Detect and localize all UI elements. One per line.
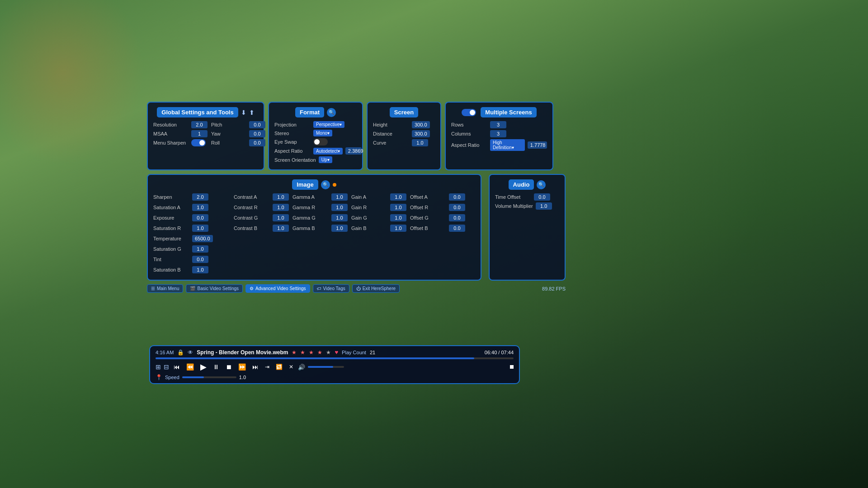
satR-value[interactable]: 1.0 — [192, 225, 208, 232]
repeat-icon[interactable]: 🔁 — [274, 363, 284, 371]
lock-icon[interactable]: 🔒 — [177, 349, 184, 356]
star-1[interactable]: ★ — [292, 349, 297, 356]
contrastA-value[interactable]: 1.0 — [273, 193, 289, 201]
distance-label: Distance — [373, 131, 409, 136]
progress-fill — [156, 357, 474, 359]
height-value[interactable]: 300.0 — [412, 121, 430, 128]
audio-panel: Audio 🔍 Time Offset 0.0 Volume Multiplie… — [489, 174, 566, 281]
contrastG-value[interactable]: 1.0 — [273, 214, 289, 221]
stop-icon[interactable]: ⏹ — [224, 362, 234, 371]
ms-aspect-ratio-num[interactable]: 1.7778 — [528, 141, 547, 149]
satB-value[interactable]: 1.0 — [192, 266, 208, 273]
play-icon[interactable]: ▶ — [198, 361, 208, 373]
speed-value: 1.0 — [239, 375, 246, 380]
distance-value[interactable]: 300.0 — [412, 130, 430, 137]
layout-icon-2[interactable]: ⊟ — [164, 363, 169, 371]
download-icon[interactable]: ⬇ — [241, 109, 246, 116]
time-offset-value[interactable]: 0.0 — [534, 193, 550, 201]
offsetB-value[interactable]: 0.0 — [449, 225, 465, 232]
tab-video-tags[interactable]: 🏷 Video Tags — [313, 284, 349, 293]
curve-value[interactable]: 1.0 — [412, 139, 428, 146]
offsetA-label: Offset A — [410, 194, 446, 200]
gammaB-value[interactable]: 1.0 — [331, 225, 348, 232]
star-3[interactable]: ★ — [309, 349, 314, 356]
volume-multiplier-value[interactable]: 1.0 — [536, 202, 552, 210]
satG-value[interactable]: 1.0 — [192, 245, 208, 253]
pitch-value[interactable]: 0.0 — [249, 121, 265, 128]
film-icon: 🎬 — [190, 286, 195, 291]
gammaR-value[interactable]: 1.0 — [331, 204, 348, 211]
play-count-label: Play Count — [342, 350, 366, 355]
playback-bar: 4:16 AM 🔒 👁 Spring - Blender Open Movie.… — [149, 345, 520, 384]
tab-basic-video[interactable]: 🎬 Basic Video Settings — [186, 284, 243, 293]
volume-knob[interactable] — [510, 365, 514, 369]
tab-advanced-video[interactable]: ⚙ Advanced Video Settings — [245, 284, 310, 293]
rows-value[interactable]: 3 — [490, 121, 506, 128]
volume-bar[interactable] — [308, 366, 344, 368]
skip-to-end-icon[interactable]: ⏭ — [250, 362, 260, 371]
eye-icon[interactable]: 👁 — [188, 349, 193, 356]
resolution-value[interactable]: 2.0 — [191, 121, 208, 128]
temperature-value[interactable]: 6500.0 — [192, 235, 213, 242]
pause-icon[interactable]: ⏸ — [211, 362, 221, 371]
image-search-icon[interactable]: 🔍 — [321, 180, 330, 189]
time-display: 06:40 / 07:44 — [485, 350, 514, 355]
upload-icon[interactable]: ⬆ — [249, 109, 255, 116]
columns-value[interactable]: 3 — [490, 130, 506, 137]
gainA-value[interactable]: 1.0 — [390, 193, 406, 201]
msaa-value[interactable]: 1 — [191, 130, 208, 137]
image-panel: Image 🔍 Sharpen 2.0 Saturation A 1.0 — [147, 174, 481, 281]
volume-icon[interactable]: 🔊 — [298, 364, 305, 371]
star-2[interactable]: ★ — [300, 349, 305, 356]
location-icon[interactable]: 📍 — [156, 374, 162, 380]
contrastB-value[interactable]: 1.0 — [273, 225, 289, 232]
tab-main-menu[interactable]: ☰ Main Menu — [147, 284, 183, 293]
multiple-screens-toggle[interactable] — [462, 109, 476, 116]
tint-value[interactable]: 0.0 — [192, 256, 208, 263]
sharpen-value[interactable]: 2.0 — [192, 193, 208, 201]
stereo-dropdown[interactable]: Mono▾ — [313, 130, 332, 136]
gainG-value[interactable]: 1.0 — [390, 214, 406, 221]
next-frame-icon[interactable]: ⏩ — [236, 362, 248, 371]
format-search-icon[interactable]: 🔍 — [327, 108, 336, 117]
star-4[interactable]: ★ — [317, 349, 322, 356]
exposure-value[interactable]: 0.0 — [192, 214, 208, 221]
skip-to-start-icon[interactable]: ⏮ — [172, 362, 182, 371]
satA-label: Saturation A — [153, 205, 189, 210]
gammaG-value[interactable]: 1.0 — [331, 214, 348, 221]
projection-dropdown[interactable]: Perspective▾ — [313, 121, 344, 128]
satA-value[interactable]: 1.0 — [192, 204, 208, 211]
tab-exit-heresphere[interactable]: ⏻ Exit HereSphere — [352, 284, 400, 293]
columns-label: Columns — [451, 131, 487, 136]
aspect-ratio-dropdown[interactable]: Autodetect▾ — [313, 148, 343, 155]
gammaB-label: Gamma B — [292, 225, 329, 231]
gainR-value[interactable]: 1.0 — [390, 204, 406, 211]
eye-swap-toggle[interactable] — [313, 138, 328, 145]
gammaA-value[interactable]: 1.0 — [331, 193, 348, 201]
layout-icon-1[interactable]: ⊞ — [156, 363, 161, 371]
offsetG-value[interactable]: 0.0 — [449, 214, 465, 221]
menu-sharpen-toggle[interactable] — [191, 139, 206, 146]
progress-bar[interactable] — [156, 357, 514, 359]
roll-value[interactable]: 0.0 — [249, 139, 265, 146]
satR-label: Saturation R — [153, 225, 189, 231]
contrastR-value[interactable]: 1.0 — [273, 204, 289, 211]
speed-bar[interactable] — [182, 376, 236, 378]
heart-icon[interactable]: ♥ — [335, 349, 338, 356]
offsetR-value[interactable]: 0.0 — [449, 204, 465, 211]
audio-search-icon[interactable]: 🔍 — [537, 180, 546, 189]
yaw-value[interactable]: 0.0 — [249, 130, 265, 137]
shuffle-icon[interactable]: ✕ — [287, 363, 295, 371]
aspect-ratio-num[interactable]: 2.3869 — [345, 147, 362, 155]
gainB-value[interactable]: 1.0 — [390, 225, 406, 232]
screen-orientation-dropdown[interactable]: Up▾ — [319, 156, 332, 163]
exposure-label: Exposure — [153, 215, 189, 221]
msaa-label: MSAA — [153, 131, 189, 136]
ms-aspect-ratio-dropdown[interactable]: High Definition▾ — [490, 139, 525, 151]
height-label: Height — [373, 122, 409, 127]
image-title: Image — [292, 179, 318, 190]
star-5[interactable]: ★ — [326, 349, 331, 356]
prev-frame-icon[interactable]: ⏪ — [184, 362, 196, 371]
loop-icon[interactable]: ⇥ — [263, 363, 271, 371]
offsetA-value[interactable]: 0.0 — [449, 193, 465, 201]
